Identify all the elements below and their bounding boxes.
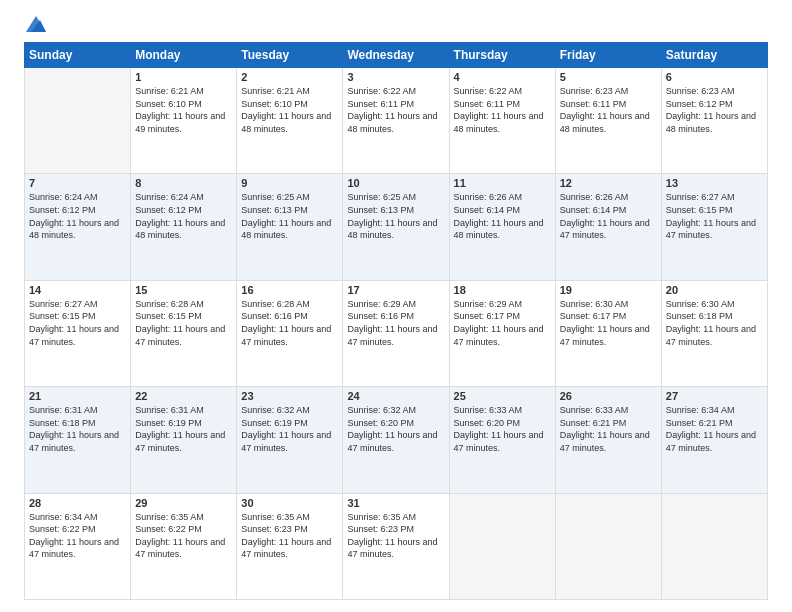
day-info: Sunrise: 6:24 AMSunset: 6:12 PMDaylight:… [135,191,232,241]
logo-icon [26,16,46,32]
sunrise-text: Sunrise: 6:35 AM [241,511,338,524]
calendar-header-friday: Friday [555,43,661,68]
calendar-cell: 9Sunrise: 6:25 AMSunset: 6:13 PMDaylight… [237,174,343,280]
sunrise-text: Sunrise: 6:31 AM [29,404,126,417]
sunset-text: Sunset: 6:14 PM [560,204,657,217]
sunrise-text: Sunrise: 6:21 AM [135,85,232,98]
sunset-text: Sunset: 6:19 PM [135,417,232,430]
day-info: Sunrise: 6:33 AMSunset: 6:21 PMDaylight:… [560,404,657,454]
sunrise-text: Sunrise: 6:27 AM [666,191,763,204]
day-info: Sunrise: 6:28 AMSunset: 6:15 PMDaylight:… [135,298,232,348]
calendar-cell: 25Sunrise: 6:33 AMSunset: 6:20 PMDayligh… [449,387,555,493]
day-number: 16 [241,284,338,296]
day-info: Sunrise: 6:28 AMSunset: 6:16 PMDaylight:… [241,298,338,348]
daylight-text: Daylight: 11 hours and 47 minutes. [29,323,126,348]
day-info: Sunrise: 6:29 AMSunset: 6:16 PMDaylight:… [347,298,444,348]
calendar-header-row: SundayMondayTuesdayWednesdayThursdayFrid… [25,43,768,68]
sunrise-text: Sunrise: 6:23 AM [560,85,657,98]
daylight-text: Daylight: 11 hours and 47 minutes. [241,536,338,561]
sunrise-text: Sunrise: 6:34 AM [666,404,763,417]
day-info: Sunrise: 6:26 AMSunset: 6:14 PMDaylight:… [560,191,657,241]
calendar-header-monday: Monday [131,43,237,68]
daylight-text: Daylight: 11 hours and 47 minutes. [454,429,551,454]
daylight-text: Daylight: 11 hours and 47 minutes. [560,323,657,348]
calendar-cell: 22Sunrise: 6:31 AMSunset: 6:19 PMDayligh… [131,387,237,493]
day-number: 17 [347,284,444,296]
day-info: Sunrise: 6:27 AMSunset: 6:15 PMDaylight:… [29,298,126,348]
day-info: Sunrise: 6:26 AMSunset: 6:14 PMDaylight:… [454,191,551,241]
calendar-cell: 2Sunrise: 6:21 AMSunset: 6:10 PMDaylight… [237,68,343,174]
day-number: 14 [29,284,126,296]
sunrise-text: Sunrise: 6:28 AM [135,298,232,311]
calendar-header-wednesday: Wednesday [343,43,449,68]
daylight-text: Daylight: 11 hours and 48 minutes. [241,217,338,242]
daylight-text: Daylight: 11 hours and 47 minutes. [241,323,338,348]
sunset-text: Sunset: 6:11 PM [454,98,551,111]
day-number: 1 [135,71,232,83]
day-number: 31 [347,497,444,509]
calendar-cell: 10Sunrise: 6:25 AMSunset: 6:13 PMDayligh… [343,174,449,280]
day-number: 8 [135,177,232,189]
calendar-cell: 16Sunrise: 6:28 AMSunset: 6:16 PMDayligh… [237,280,343,386]
calendar-week-row: 14Sunrise: 6:27 AMSunset: 6:15 PMDayligh… [25,280,768,386]
daylight-text: Daylight: 11 hours and 47 minutes. [666,323,763,348]
calendar-week-row: 21Sunrise: 6:31 AMSunset: 6:18 PMDayligh… [25,387,768,493]
calendar-cell: 20Sunrise: 6:30 AMSunset: 6:18 PMDayligh… [661,280,767,386]
sunrise-text: Sunrise: 6:34 AM [29,511,126,524]
daylight-text: Daylight: 11 hours and 47 minutes. [666,217,763,242]
sunrise-text: Sunrise: 6:25 AM [347,191,444,204]
day-info: Sunrise: 6:25 AMSunset: 6:13 PMDaylight:… [241,191,338,241]
daylight-text: Daylight: 11 hours and 47 minutes. [241,429,338,454]
daylight-text: Daylight: 11 hours and 47 minutes. [347,429,444,454]
daylight-text: Daylight: 11 hours and 48 minutes. [666,110,763,135]
daylight-text: Daylight: 11 hours and 48 minutes. [347,110,444,135]
daylight-text: Daylight: 11 hours and 49 minutes. [135,110,232,135]
sunset-text: Sunset: 6:23 PM [347,523,444,536]
day-info: Sunrise: 6:32 AMSunset: 6:20 PMDaylight:… [347,404,444,454]
sunset-text: Sunset: 6:23 PM [241,523,338,536]
calendar-cell: 7Sunrise: 6:24 AMSunset: 6:12 PMDaylight… [25,174,131,280]
day-number: 22 [135,390,232,402]
sunrise-text: Sunrise: 6:33 AM [454,404,551,417]
day-info: Sunrise: 6:32 AMSunset: 6:19 PMDaylight:… [241,404,338,454]
calendar-cell: 21Sunrise: 6:31 AMSunset: 6:18 PMDayligh… [25,387,131,493]
calendar-cell: 4Sunrise: 6:22 AMSunset: 6:11 PMDaylight… [449,68,555,174]
calendar-cell: 5Sunrise: 6:23 AMSunset: 6:11 PMDaylight… [555,68,661,174]
sunset-text: Sunset: 6:12 PM [135,204,232,217]
day-info: Sunrise: 6:22 AMSunset: 6:11 PMDaylight:… [347,85,444,135]
sunrise-text: Sunrise: 6:24 AM [29,191,126,204]
calendar-cell: 3Sunrise: 6:22 AMSunset: 6:11 PMDaylight… [343,68,449,174]
daylight-text: Daylight: 11 hours and 47 minutes. [666,429,763,454]
day-info: Sunrise: 6:35 AMSunset: 6:23 PMDaylight:… [241,511,338,561]
sunrise-text: Sunrise: 6:32 AM [347,404,444,417]
calendar-cell: 29Sunrise: 6:35 AMSunset: 6:22 PMDayligh… [131,493,237,599]
calendar-table: SundayMondayTuesdayWednesdayThursdayFrid… [24,42,768,600]
day-number: 7 [29,177,126,189]
calendar-cell: 18Sunrise: 6:29 AMSunset: 6:17 PMDayligh… [449,280,555,386]
calendar-cell: 27Sunrise: 6:34 AMSunset: 6:21 PMDayligh… [661,387,767,493]
sunset-text: Sunset: 6:13 PM [241,204,338,217]
sunset-text: Sunset: 6:17 PM [560,310,657,323]
calendar-cell: 30Sunrise: 6:35 AMSunset: 6:23 PMDayligh… [237,493,343,599]
day-info: Sunrise: 6:25 AMSunset: 6:13 PMDaylight:… [347,191,444,241]
day-info: Sunrise: 6:23 AMSunset: 6:11 PMDaylight:… [560,85,657,135]
day-number: 20 [666,284,763,296]
daylight-text: Daylight: 11 hours and 48 minutes. [135,217,232,242]
calendar-cell: 8Sunrise: 6:24 AMSunset: 6:12 PMDaylight… [131,174,237,280]
daylight-text: Daylight: 11 hours and 47 minutes. [135,429,232,454]
calendar-cell: 11Sunrise: 6:26 AMSunset: 6:14 PMDayligh… [449,174,555,280]
calendar-week-row: 1Sunrise: 6:21 AMSunset: 6:10 PMDaylight… [25,68,768,174]
sunset-text: Sunset: 6:20 PM [347,417,444,430]
sunrise-text: Sunrise: 6:24 AM [135,191,232,204]
sunset-text: Sunset: 6:18 PM [666,310,763,323]
daylight-text: Daylight: 11 hours and 48 minutes. [454,110,551,135]
calendar-cell: 13Sunrise: 6:27 AMSunset: 6:15 PMDayligh… [661,174,767,280]
daylight-text: Daylight: 11 hours and 48 minutes. [29,217,126,242]
calendar-cell: 1Sunrise: 6:21 AMSunset: 6:10 PMDaylight… [131,68,237,174]
sunset-text: Sunset: 6:11 PM [560,98,657,111]
sunset-text: Sunset: 6:14 PM [454,204,551,217]
calendar-cell: 12Sunrise: 6:26 AMSunset: 6:14 PMDayligh… [555,174,661,280]
header [24,18,768,32]
sunrise-text: Sunrise: 6:29 AM [454,298,551,311]
page: SundayMondayTuesdayWednesdayThursdayFrid… [0,0,792,612]
